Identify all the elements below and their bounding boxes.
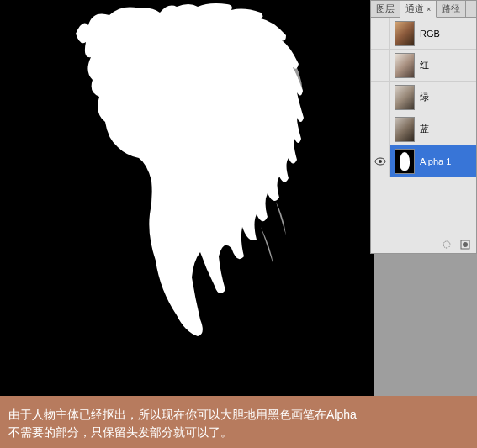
channel-thumbnail	[395, 21, 415, 46]
channels-panel: 图层 通道 × 路径 RGB红绿蓝Alpha 1	[370, 0, 477, 254]
channel-thumbnail	[395, 149, 415, 174]
instruction-caption: 由于人物主体已经抠出，所以现在你可以大胆地用黑色画笔在Alpha 不需要的部分，…	[0, 396, 477, 448]
svg-point-2	[443, 241, 450, 248]
channel-row-alpha-1[interactable]: Alpha 1	[371, 145, 476, 177]
tab-paths[interactable]: 路径	[437, 1, 466, 17]
svg-point-4	[463, 242, 468, 247]
selection-icon[interactable]	[441, 239, 453, 250]
mask-icon[interactable]	[459, 239, 471, 250]
visibility-toggle[interactable]	[371, 18, 390, 49]
svg-point-1	[379, 160, 382, 163]
eye-icon	[374, 157, 386, 166]
tab-channels-label: 通道	[405, 3, 424, 15]
channel-label: RGB	[420, 29, 476, 39]
panel-tabs: 图层 通道 × 路径	[371, 1, 476, 18]
channel-label: 绿	[420, 91, 476, 103]
channel-label: Alpha 1	[420, 156, 476, 166]
channel-list: RGB红绿蓝Alpha 1	[371, 18, 476, 235]
visibility-toggle[interactable]	[371, 82, 390, 113]
silhouette-mask	[50, 0, 328, 353]
tab-channels[interactable]: 通道 ×	[400, 1, 437, 18]
channel-label: 红	[420, 59, 476, 71]
channel-thumbnail	[395, 85, 415, 110]
channel-thumbnail	[395, 53, 415, 78]
canvas-area[interactable]	[0, 0, 374, 396]
visibility-toggle[interactable]	[371, 50, 390, 81]
channel-thumbnail	[395, 117, 415, 142]
channel-row-rgb[interactable]: RGB	[371, 18, 476, 50]
tab-layers[interactable]: 图层	[371, 1, 400, 17]
channel-row-红[interactable]: 红	[371, 50, 476, 82]
caption-line2: 不需要的部分，只保留头发部分就可以了。	[8, 424, 469, 441]
workspace-background	[374, 254, 477, 396]
panel-footer	[371, 235, 476, 253]
visibility-toggle[interactable]	[371, 113, 390, 145]
channel-label: 蓝	[420, 123, 476, 135]
channel-row-绿[interactable]: 绿	[371, 82, 476, 113]
close-icon: ×	[427, 5, 431, 13]
visibility-toggle[interactable]	[371, 145, 390, 177]
channel-row-蓝[interactable]: 蓝	[371, 113, 476, 145]
caption-line1: 由于人物主体已经抠出，所以现在你可以大胆地用黑色画笔在Alpha	[8, 406, 469, 424]
